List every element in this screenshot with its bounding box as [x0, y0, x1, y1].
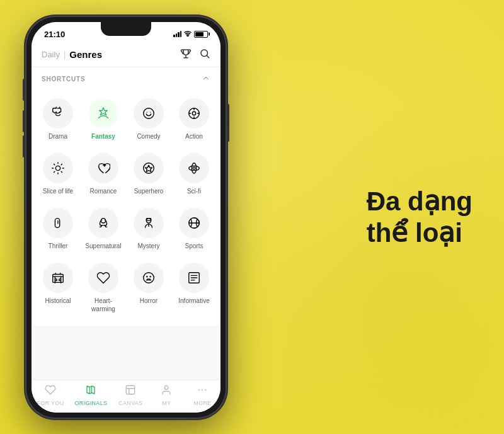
superhero-label: Superhero	[134, 187, 164, 195]
svg-point-49	[164, 385, 168, 389]
genre-item-romance[interactable]: Romance	[82, 148, 125, 200]
mystery-icon-circle	[134, 208, 164, 238]
svg-point-13	[55, 166, 60, 170]
romance-label: Romance	[90, 187, 117, 195]
search-icon[interactable]	[199, 48, 210, 62]
drama-label: Drama	[49, 132, 67, 140]
nav-canvas[interactable]: CANVAS	[118, 384, 143, 406]
thriller-icon-circle	[43, 208, 73, 238]
svg-point-4	[144, 108, 154, 118]
heartwarming-icon-circle	[88, 263, 118, 293]
genre-item-horror[interactable]: Horror	[127, 258, 170, 318]
superhero-icon-circle	[134, 153, 164, 183]
my-label: MY	[162, 400, 171, 406]
canvas-icon	[125, 384, 136, 399]
wifi-icon	[184, 30, 192, 38]
content-area: SHORTCUTS	[32, 67, 220, 380]
nav-my[interactable]: MY	[154, 384, 179, 406]
svg-point-23	[189, 166, 200, 170]
svg-rect-48	[127, 385, 135, 394]
svg-point-24	[192, 163, 196, 173]
mystery-label: Mystery	[138, 242, 160, 250]
for-you-label: FOR YOU	[37, 400, 64, 406]
svg-point-2	[56, 111, 57, 112]
sports-icon-circle	[179, 208, 209, 238]
historical-icon-circle	[43, 263, 73, 293]
action-icon-circle	[179, 98, 209, 128]
comedy-label: Comedy	[137, 132, 160, 140]
svg-point-5	[147, 111, 147, 112]
trophy-icon[interactable]	[180, 48, 192, 62]
bottom-navigation: FOR YOU ORIGINALS	[32, 380, 220, 413]
genre-item-supernatural[interactable]: Supernatural	[82, 203, 125, 255]
supernatural-label: Supernatural	[85, 242, 121, 250]
informative-label: Informative	[178, 297, 209, 305]
sci-fi-icon-circle	[179, 153, 209, 183]
svg-line-18	[54, 164, 55, 164]
genre-item-superhero[interactable]: Superhero	[127, 148, 170, 200]
svg-point-6	[150, 111, 151, 112]
genre-item-action[interactable]: Action	[173, 93, 215, 146]
action-label: Action	[185, 132, 203, 140]
drama-icon-circle	[43, 98, 73, 128]
sci-fi-label: Sci-fi	[187, 187, 201, 195]
svg-point-25	[193, 167, 195, 169]
promo-line2: thể loại	[367, 217, 472, 249]
nav-genres[interactable]: Genres	[69, 49, 102, 60]
promo-text-block: Đa dạng thể loại	[367, 185, 472, 249]
heartwarming-label: Heart-warming	[91, 297, 115, 313]
svg-point-27	[101, 218, 105, 222]
genre-item-sports[interactable]: Sports	[173, 203, 215, 255]
genre-item-sci-fi[interactable]: Sci-fi	[173, 148, 215, 200]
nav-for-you[interactable]: FOR YOU	[37, 384, 64, 406]
genre-item-historical[interactable]: Historical	[37, 258, 79, 318]
breadcrumb: Daily | Genres	[42, 49, 102, 60]
svg-point-39	[144, 272, 154, 283]
horror-icon-circle	[134, 263, 164, 293]
fantasy-icon-circle	[88, 98, 118, 128]
supernatural-icon-circle	[88, 208, 118, 238]
genre-grid: Drama Fantasy	[32, 88, 220, 326]
shortcuts-label: SHORTCUTS	[42, 76, 85, 83]
sports-label: Sports	[185, 242, 203, 250]
svg-point-29	[105, 219, 105, 220]
svg-point-41	[149, 275, 151, 277]
more-label: More	[193, 400, 211, 406]
more-icon	[197, 384, 208, 399]
svg-point-1	[201, 50, 208, 57]
collapse-icon[interactable]	[202, 74, 210, 84]
svg-point-51	[202, 389, 203, 390]
genre-item-mystery[interactable]: Mystery	[127, 203, 170, 255]
genre-item-fantasy[interactable]: Fantasy	[82, 93, 125, 146]
phone-outer-shell: 21:10	[25, 16, 227, 419]
svg-line-20	[54, 171, 55, 172]
svg-line-21	[61, 164, 62, 164]
svg-point-0	[187, 35, 188, 37]
genre-item-slice-of-life[interactable]: Slice of life	[37, 148, 79, 200]
originals-label: ORIGINALS	[75, 400, 108, 406]
comedy-icon-circle	[134, 98, 164, 128]
status-time: 21:10	[44, 30, 65, 39]
genre-item-thriller[interactable]: Thriller	[37, 203, 79, 255]
genre-item-drama[interactable]: Drama	[37, 93, 79, 146]
originals-icon	[85, 384, 96, 399]
svg-point-40	[146, 275, 148, 277]
genre-item-comedy[interactable]: Comedy	[127, 93, 170, 146]
genre-item-heartwarming[interactable]: Heart-warming	[82, 258, 125, 318]
svg-point-22	[144, 163, 154, 173]
genre-item-informative[interactable]: Informative	[173, 258, 215, 318]
nav-daily[interactable]: Daily	[42, 50, 60, 59]
nav-originals[interactable]: ORIGINALS	[75, 384, 108, 406]
app-header: Daily | Genres	[32, 43, 220, 67]
nav-separator: |	[64, 50, 66, 59]
historical-label: Historical	[45, 297, 71, 305]
svg-rect-34	[53, 274, 64, 282]
slice-of-life-label: Slice of life	[43, 187, 73, 195]
informative-icon-circle	[179, 263, 209, 293]
svg-point-28	[101, 219, 102, 220]
nav-more[interactable]: More	[190, 384, 215, 406]
svg-point-8	[192, 111, 196, 115]
svg-point-52	[205, 389, 207, 390]
thriller-label: Thriller	[49, 242, 68, 250]
phone-device: 21:10	[25, 16, 227, 419]
